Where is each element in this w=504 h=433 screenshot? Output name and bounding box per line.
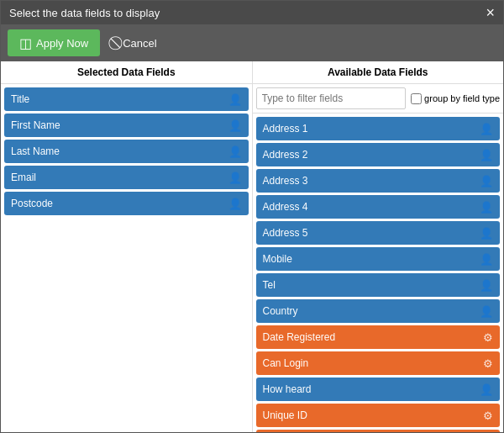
modal-container: Select the data fields to display × ◫ Ap… [0,0,504,433]
apply-button[interactable]: ◫ Apply Now [8,29,100,56]
person-icon: 👤 [480,305,493,318]
field-label: Email [11,172,228,183]
field-label: Title [11,93,228,105]
person-icon: 👤 [480,201,493,214]
available-field-item[interactable]: Date Registered ⚙ [256,325,501,349]
close-button[interactable]: × [486,5,495,20]
available-field-item[interactable]: Address 4 👤 [256,195,501,219]
apply-label: Apply Now [36,37,88,50]
field-label: Last Name [11,145,228,157]
cancel-button[interactable]: ⃠ Cancel [107,29,168,56]
modal-header: Select the data fields to display × [1,1,503,24]
person-icon: 👤 [228,198,242,210]
available-panel-header: Available Data Fields [253,61,504,84]
selected-field-item[interactable]: Last Name 👤 [4,140,249,163]
available-field-item[interactable]: Username ⚙ [256,430,501,432]
field-label: Can Login [263,357,484,369]
field-label: Address 5 [263,227,480,239]
selected-fields-list: Title 👤 First Name 👤 Last Name 👤 Email 👤… [1,84,252,432]
gear-icon: ⚙ [483,357,493,370]
selected-field-item[interactable]: Postcode 👤 [4,192,249,215]
field-label: Address 1 [263,123,480,135]
person-icon: 👤 [480,175,493,187]
person-icon: 👤 [480,383,493,396]
available-field-item[interactable]: Can Login ⚙ [256,351,501,375]
person-icon: 👤 [480,149,493,161]
available-field-item[interactable]: Country 👤 [256,299,501,323]
person-icon: 👤 [480,279,493,292]
person-icon: 👤 [480,253,493,266]
group-by-checkbox[interactable] [411,93,422,104]
person-icon: 👤 [228,172,242,184]
selected-field-item[interactable]: Email 👤 [4,166,249,189]
modal-title: Select the data fields to display [9,7,160,19]
available-field-item[interactable]: Address 2 👤 [256,143,501,166]
filter-row: group by field type [253,84,504,114]
cancel-label: Cancel [123,37,156,50]
modal-body: Selected Data Fields Title 👤 First Name … [1,61,503,432]
gear-icon: ⚙ [483,409,493,422]
selected-field-item[interactable]: First Name 👤 [4,114,249,137]
person-icon: 👤 [228,145,242,158]
modal-toolbar: ◫ Apply Now ⃠ Cancel [1,24,503,61]
gear-icon: ⚙ [483,331,493,344]
available-field-item[interactable]: Address 3 👤 [256,169,501,193]
apply-icon: ◫ [19,35,32,51]
available-fields-list: Address 1 👤 Address 2 👤 Address 3 👤 Addr… [253,114,504,432]
available-field-item[interactable]: Mobile 👤 [256,247,501,271]
field-label: Address 4 [263,201,480,213]
person-icon: 👤 [480,123,493,135]
person-icon: 👤 [480,227,493,240]
available-panel: Available Data Fields group by field typ… [253,61,504,432]
selected-field-item[interactable]: Title 👤 [4,87,249,111]
field-label: Tel [263,279,480,291]
field-label: Postcode [11,198,228,209]
available-field-item[interactable]: Tel 👤 [256,273,501,297]
field-label: Date Registered [263,331,484,343]
group-by-label[interactable]: group by field type [411,93,500,104]
field-label: Country [263,305,480,317]
available-field-item[interactable]: How heard 👤 [256,378,501,401]
available-field-item[interactable]: Address 5 👤 [256,221,501,245]
person-icon: 👤 [228,119,242,132]
field-label: Mobile [263,253,480,265]
person-icon: 👤 [228,93,242,106]
field-label: Unique ID [263,409,484,421]
field-label: First Name [11,119,228,131]
field-label: How heard [263,383,480,395]
available-field-item[interactable]: Address 1 👤 [256,117,501,140]
filter-input[interactable] [256,87,407,109]
selected-panel: Selected Data Fields Title 👤 First Name … [1,61,253,432]
available-field-item[interactable]: Unique ID ⚙ [256,404,501,427]
field-label: Address 3 [263,175,480,187]
selected-panel-header: Selected Data Fields [1,61,252,84]
field-label: Address 2 [263,149,480,161]
group-by-text: group by field type [424,93,500,103]
